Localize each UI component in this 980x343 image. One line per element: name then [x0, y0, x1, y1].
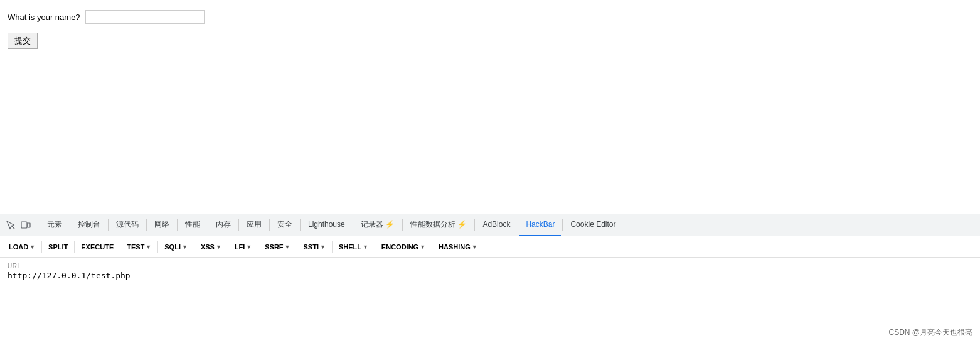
btn-divider-10	[375, 241, 375, 253]
btn-divider-4	[157, 241, 158, 253]
tab-separator-3	[146, 219, 147, 231]
btn-divider-6	[228, 241, 228, 253]
main-content: What is your name? 提交	[0, 0, 980, 214]
svg-line-0	[11, 226, 14, 229]
lfi-button[interactable]: LFI ▼	[231, 241, 255, 253]
btn-divider-5	[194, 241, 194, 253]
cursor-icon[interactable]	[5, 219, 16, 231]
url-label: URL	[8, 263, 972, 270]
sqli-button[interactable]: SQLI ▼	[161, 241, 191, 253]
tab-separator-2	[108, 219, 109, 231]
hashing-button[interactable]: HASHING ▼	[435, 241, 481, 253]
shell-arrow: ▼	[363, 244, 368, 250]
ssti-button[interactable]: SSTI ▼	[300, 241, 329, 253]
hackbar-toolbar: LOAD ▼ SPLIT EXECUTE TEST ▼ SQLI ▼ XSS ▼…	[0, 236, 980, 258]
btn-divider-7	[258, 241, 258, 253]
url-section: URL http://127.0.0.1/test.php	[0, 258, 980, 283]
btn-divider-1	[41, 241, 42, 253]
url-value: http://127.0.0.1/test.php	[8, 271, 972, 280]
btn-divider-8	[297, 241, 297, 253]
split-button[interactable]: SPLIT	[45, 241, 72, 253]
tab-console[interactable]: 控制台	[72, 214, 107, 236]
tab-separator-9	[353, 219, 353, 231]
btn-divider-11	[432, 241, 432, 253]
hashing-arrow: ▼	[472, 244, 477, 250]
tab-separator-4	[177, 219, 178, 231]
tab-memory[interactable]: 内存	[210, 214, 237, 236]
tab-separator-10	[402, 219, 403, 231]
tab-adblock[interactable]: AdBlock	[476, 214, 516, 236]
btn-divider-9	[332, 241, 333, 253]
ssti-arrow: ▼	[320, 244, 326, 250]
sqli-arrow: ▼	[182, 244, 188, 250]
tab-security[interactable]: 安全	[271, 214, 299, 236]
xss-button[interactable]: XSS ▼	[197, 241, 225, 253]
tab-separator-13	[562, 219, 563, 231]
tab-source[interactable]: 源代码	[110, 214, 145, 236]
tab-hackbar[interactable]: HackBar	[519, 214, 561, 236]
ssrf-button[interactable]: SSRF ▼	[261, 241, 294, 253]
btn-divider-2	[74, 241, 75, 253]
encoding-button[interactable]: ENCODING ▼	[378, 241, 429, 253]
tab-network[interactable]: 网络	[148, 214, 176, 236]
svg-rect-2	[28, 223, 30, 227]
tab-separator-6	[238, 219, 239, 231]
tab-performance[interactable]: 性能	[179, 214, 206, 236]
tab-separator-7	[269, 219, 270, 231]
execute-button[interactable]: EXECUTE	[77, 241, 117, 253]
devtools-bar: 元素 控制台 源代码 网络 性能 内存 应用 安全 Lighthouse 记录器…	[0, 214, 980, 236]
submit-button[interactable]: 提交	[8, 33, 38, 49]
tab-recorder[interactable]: 记录器 ⚡	[354, 214, 401, 236]
tab-application[interactable]: 应用	[240, 214, 268, 236]
tab-lighthouse[interactable]: Lighthouse	[302, 214, 351, 236]
tab-separator-11	[474, 219, 475, 231]
tab-separator-12	[518, 219, 518, 231]
tab-cookie-editor[interactable]: Cookie Editor	[564, 214, 622, 236]
load-arrow: ▼	[29, 244, 35, 250]
name-input[interactable]	[85, 10, 205, 24]
btn-divider-3	[120, 241, 120, 253]
tab-separator-5	[208, 219, 208, 231]
svg-rect-1	[21, 222, 27, 228]
encoding-arrow: ▼	[420, 244, 425, 250]
test-arrow: ▼	[146, 244, 151, 250]
ssrf-arrow: ▼	[285, 244, 290, 250]
tab-elements[interactable]: 元素	[41, 214, 68, 236]
tab-separator-8	[300, 219, 301, 231]
lfi-arrow: ▼	[246, 244, 252, 250]
load-button[interactable]: LOAD ▼	[5, 241, 39, 253]
test-button[interactable]: TEST ▼	[123, 241, 155, 253]
devtools-icon-group	[5, 219, 38, 231]
tab-separator	[70, 219, 70, 231]
shell-button[interactable]: SHELL ▼	[335, 241, 372, 253]
tab-perf-insights[interactable]: 性能数据分析 ⚡	[404, 214, 473, 236]
device-icon[interactable]	[20, 219, 31, 231]
form-label: What is your name?	[8, 13, 80, 22]
xss-arrow: ▼	[216, 244, 221, 250]
form-row: What is your name?	[8, 10, 972, 24]
